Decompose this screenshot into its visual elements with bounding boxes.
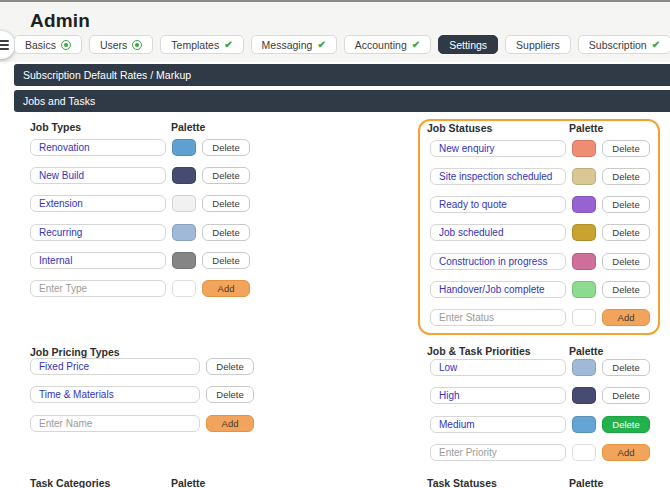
job-pricing-row: Delete [30,358,254,375]
add-button[interactable]: Add [202,280,250,297]
section-bar-jobs-and-tasks[interactable]: Jobs and Tasks [14,90,670,112]
job-pricing-input[interactable] [30,386,200,403]
color-swatch[interactable] [572,309,596,326]
tab-settings[interactable]: Settings [438,35,498,54]
section-bar-label: Subscription Default Rates / Markup [23,69,191,81]
admin-tabbar: Basics Users Templates ✔ Messaging ✔ Acc… [14,35,670,54]
delete-button[interactable]: Delete [602,416,650,433]
section-bar-label: Jobs and Tasks [23,95,95,107]
tab-label: Accounting [355,39,407,51]
job-pricing-row: Delete [30,386,254,403]
color-swatch[interactable] [172,280,196,297]
job-status-input[interactable] [430,224,566,241]
color-swatch[interactable] [572,224,596,241]
add-button[interactable]: Add [602,309,650,326]
delete-button[interactable]: Delete [602,196,650,213]
tab-label: Templates [171,39,219,51]
delete-button[interactable]: Delete [206,358,254,375]
priority-input[interactable] [430,359,566,376]
color-swatch[interactable] [572,444,596,461]
color-swatch[interactable] [572,359,596,376]
job-status-input[interactable] [430,253,566,270]
tab-accounting[interactable]: Accounting ✔ [344,35,431,54]
color-swatch[interactable] [572,387,596,404]
priority-row: Delete [430,416,650,433]
delete-button[interactable]: Delete [602,140,650,157]
job-status-input[interactable] [430,196,566,213]
color-swatch[interactable] [172,167,196,184]
task-statuses-palette-label: Palette [569,477,603,488]
add-button[interactable]: Add [206,415,254,432]
color-swatch[interactable] [172,139,196,156]
job-pricing-types-title: Job Pricing Types [30,346,120,358]
color-swatch[interactable] [572,168,596,185]
color-swatch[interactable] [572,196,596,213]
task-statuses-title: Task Statuses [427,477,497,488]
color-swatch[interactable] [572,416,596,433]
new-job-pricing-input[interactable] [30,415,200,432]
priorities-palette-label: Palette [569,345,603,357]
job-type-row: Delete [30,224,250,241]
job-type-new-row: Add [30,280,250,297]
delete-button[interactable]: Delete [602,281,650,298]
task-categories-palette-label: Palette [171,477,205,488]
color-swatch[interactable] [172,224,196,241]
delete-button[interactable]: Delete [602,359,650,376]
menu-icon [0,40,9,50]
color-swatch[interactable] [572,140,596,157]
delete-button[interactable]: Delete [602,224,650,241]
tab-label: Messaging [262,39,313,51]
color-swatch[interactable] [572,281,596,298]
job-status-row: Delete [430,281,650,298]
delete-button[interactable]: Delete [202,224,250,241]
tab-templates[interactable]: Templates ✔ [160,35,243,54]
admin-settings-page: Admin Basics Users Templates ✔ Messaging… [0,0,670,488]
delete-button[interactable]: Delete [202,195,250,212]
section-bar-subscription-rates[interactable]: Subscription Default Rates / Markup [14,64,670,86]
delete-button[interactable]: Delete [206,386,254,403]
tab-basics[interactable]: Basics [14,35,82,54]
check-icon: ✔ [652,40,660,50]
job-pricing-input[interactable] [30,358,200,375]
priority-input[interactable] [430,387,566,404]
circle-dot-icon [132,40,142,50]
new-job-type-input[interactable] [30,280,166,297]
job-types-palette-label: Palette [171,121,205,133]
job-type-row: Delete [30,167,250,184]
tab-messaging[interactable]: Messaging ✔ [251,35,337,54]
job-type-row: Delete [30,139,250,156]
job-type-input[interactable] [30,252,166,269]
delete-button[interactable]: Delete [602,387,650,404]
delete-button[interactable]: Delete [202,252,250,269]
job-type-input[interactable] [30,139,166,156]
check-icon: ✔ [224,40,232,50]
delete-button[interactable]: Delete [602,168,650,185]
job-type-row: Delete [30,195,250,212]
new-job-status-input[interactable] [430,309,566,326]
color-swatch[interactable] [572,253,596,270]
tab-subscription[interactable]: Subscription ✔ [578,35,670,54]
delete-button[interactable]: Delete [602,253,650,270]
job-types-title: Job Types [30,121,81,133]
add-button[interactable]: Add [602,444,650,461]
tab-suppliers[interactable]: Suppliers [505,35,571,54]
job-status-row: Delete [430,140,650,157]
job-type-input[interactable] [30,167,166,184]
priority-input[interactable] [430,416,566,433]
job-type-input[interactable] [30,195,166,212]
color-swatch[interactable] [172,252,196,269]
check-icon: ✔ [412,40,420,50]
circle-dot-icon [61,40,71,50]
tab-users[interactable]: Users [89,35,153,54]
job-type-input[interactable] [30,224,166,241]
job-status-new-row: Add [430,309,650,326]
task-categories-title: Task Categories [30,477,110,488]
color-swatch[interactable] [172,195,196,212]
priority-row: Delete [430,387,650,404]
new-priority-input[interactable] [430,444,566,461]
delete-button[interactable]: Delete [202,139,250,156]
job-status-input[interactable] [430,140,566,157]
job-status-input[interactable] [430,168,566,185]
delete-button[interactable]: Delete [202,167,250,184]
job-status-input[interactable] [430,281,566,298]
